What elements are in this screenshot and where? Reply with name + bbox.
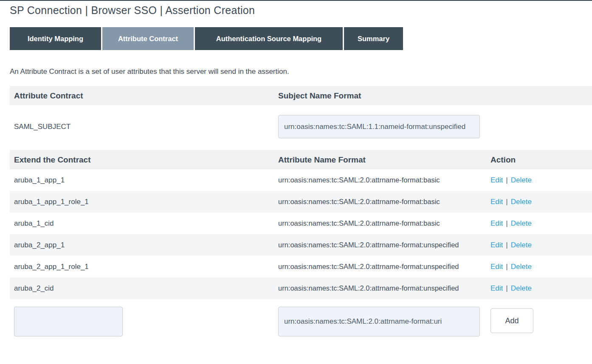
delete-link[interactable]: Delete [511, 198, 532, 206]
attribute-name-format: urn:oasis:names:tc:SAML:2.0:attrname-for… [278, 282, 491, 295]
attribute-name: aruba_1_app_1_role_1 [10, 198, 278, 206]
attribute-name-format-column-header: Attribute Name Format [278, 155, 491, 165]
delete-link[interactable]: Delete [511, 284, 532, 292]
table-row: aruba_1_app_1_role_1 urn:oasis:names:tc:… [10, 191, 592, 213]
attribute-name: aruba_1_app_1 [10, 176, 278, 185]
tab-authentication-source-mapping[interactable]: Authentication Source Mapping [195, 27, 343, 50]
action-separator: | [506, 219, 507, 227]
contract-table-header: Attribute Contract Subject Name Format [10, 86, 592, 105]
attribute-contract-column-header: Attribute Contract [10, 91, 278, 101]
subject-attribute-name: SAML_SUBJECT [10, 123, 278, 131]
breadcrumb-title: SP Connection | Browser SSO | Assertion … [10, 4, 592, 17]
attribute-name-format-select-value: urn:oasis:names:tc:SAML:2.0:attrname-for… [284, 317, 442, 326]
edit-link[interactable]: Edit [491, 263, 503, 271]
tab-bar: Identity Mapping Attribute Contract Auth… [10, 27, 592, 50]
edit-link[interactable]: Edit [491, 198, 503, 206]
add-attribute-row: urn:oasis:names:tc:SAML:2.0:attrname-for… [10, 307, 592, 336]
attribute-name-format: urn:oasis:names:tc:SAML:2.0:attrname-for… [278, 174, 491, 187]
table-row: aruba_2_app_1_role_1 urn:oasis:names:tc:… [10, 256, 592, 277]
subject-name-format-column-header: Subject Name Format [278, 91, 491, 101]
saml-subject-row: SAML_SUBJECT urn:oasis:names:tc:SAML:1.1… [10, 105, 592, 148]
edit-link[interactable]: Edit [491, 241, 503, 249]
subject-name-format-value: urn:oasis:names:tc:SAML:1.1:nameid-forma… [284, 123, 465, 131]
edit-link[interactable]: Edit [491, 176, 503, 184]
attribute-name-format: urn:oasis:names:tc:SAML:2.0:attrname-for… [278, 238, 491, 252]
attribute-name-format: urn:oasis:names:tc:SAML:2.0:attrname-for… [278, 195, 491, 208]
subject-name-format-select[interactable]: urn:oasis:names:tc:SAML:1.1:nameid-forma… [278, 115, 480, 138]
table-row: aruba_2_app_1 urn:oasis:names:tc:SAML:2.… [10, 234, 592, 256]
attribute-name: aruba_2_cid [10, 284, 278, 293]
attribute-name-format-select[interactable]: urn:oasis:names:tc:SAML:2.0:attrname-for… [278, 307, 480, 336]
tab-attribute-contract[interactable]: Attribute Contract [102, 27, 194, 50]
attribute-name: aruba_2_app_1 [10, 241, 278, 249]
action-separator: | [506, 176, 507, 184]
table-row: aruba_1_cid urn:oasis:names:tc:SAML:2.0:… [10, 213, 592, 234]
delete-link[interactable]: Delete [511, 241, 532, 249]
extend-contract-rows: aruba_1_app_1 urn:oasis:names:tc:SAML:2.… [10, 169, 592, 299]
delete-link[interactable]: Delete [511, 263, 532, 271]
extend-table-header: Extend the Contract Attribute Name Forma… [10, 150, 592, 169]
extend-contract-column-header: Extend the Contract [10, 155, 278, 165]
attribute-name: aruba_1_cid [10, 219, 278, 228]
edit-link[interactable]: Edit [491, 284, 503, 292]
attribute-name-format: urn:oasis:names:tc:SAML:2.0:attrname-for… [278, 217, 491, 230]
delete-link[interactable]: Delete [511, 176, 532, 184]
edit-link[interactable]: Edit [491, 219, 503, 227]
action-separator: | [506, 284, 507, 292]
action-separator: | [506, 263, 507, 271]
add-button[interactable]: Add [491, 308, 533, 333]
action-column-header: Action [491, 155, 592, 165]
delete-link[interactable]: Delete [511, 219, 532, 227]
attribute-name: aruba_2_app_1_role_1 [10, 263, 278, 271]
top-divider [0, 0, 592, 1]
assertion-creation-page: SP Connection | Browser SSO | Assertion … [0, 0, 592, 336]
attribute-contract-section: Attribute Contract Subject Name Format S… [10, 86, 592, 336]
table-row: aruba_2_cid urn:oasis:names:tc:SAML:2.0:… [10, 277, 592, 299]
attribute-name-format: urn:oasis:names:tc:SAML:2.0:attrname-for… [278, 260, 491, 273]
action-separator: | [506, 198, 507, 206]
tab-identity-mapping[interactable]: Identity Mapping [10, 27, 101, 50]
new-attribute-input[interactable] [14, 307, 123, 336]
table-row: aruba_1_app_1 urn:oasis:names:tc:SAML:2.… [10, 169, 592, 191]
tab-summary[interactable]: Summary [344, 27, 403, 50]
action-separator: | [506, 241, 507, 249]
description-text: An Attribute Contract is a set of user a… [10, 67, 592, 76]
